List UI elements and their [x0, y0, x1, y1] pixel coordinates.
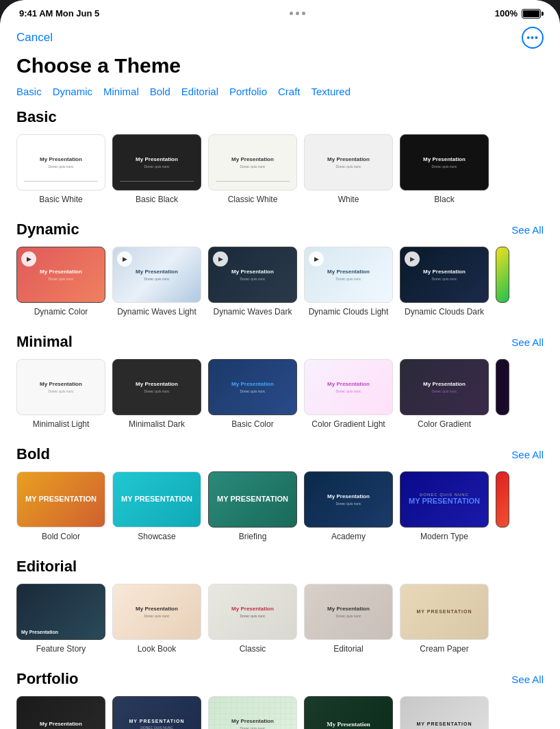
- section-portfolio: Portfolio See All My Presentation Indust…: [16, 670, 544, 729]
- theme-name-bold-color: Bold Color: [42, 532, 80, 541]
- theme-basic-black[interactable]: My Presentation Donec quis nunc Basic Bl…: [112, 134, 201, 204]
- thumb-title: My Presentation: [327, 493, 370, 500]
- tab-minimal[interactable]: Minimal: [103, 86, 139, 97]
- thumb-title: My Presentation: [40, 721, 82, 728]
- theme-dynamic-clouds-dark[interactable]: ▶ My Presentation Donec quis nunc Dynami…: [400, 247, 489, 317]
- section-minimal-header: Minimal See All: [16, 333, 544, 351]
- theme-basic-color[interactable]: My Presentation Donec quis nunc Basic Co…: [208, 359, 297, 429]
- thumb-graph-paper: My Presentation Donec quis nunc: [208, 696, 297, 729]
- thumb-subtitle: Donec quis nunc: [431, 389, 457, 393]
- thumb-line: [120, 181, 194, 182]
- theme-chalkboard[interactable]: My Presentation Chalkboard: [304, 696, 393, 729]
- theme-editorial[interactable]: My Presentation Donec quis nunc Editoria…: [304, 584, 393, 654]
- theme-dynamic-clouds-light[interactable]: ▶ My Presentation Donec quis nunc Dynami…: [304, 247, 393, 317]
- tab-textured[interactable]: Textured: [311, 86, 351, 97]
- thumb-academy: My Presentation Donec quis nunc: [304, 471, 393, 528]
- portfolio-see-all[interactable]: See All: [511, 674, 544, 685]
- thumb-title: My Presentation: [231, 269, 274, 275]
- thumb-dynamic-waves-light: ▶ My Presentation Donec quis nunc: [112, 247, 201, 303]
- theme-name-dynamic-color: Dynamic Color: [34, 307, 88, 317]
- thumb-photo-portfolio: MY PRESENTATION: [400, 696, 489, 729]
- dynamic-theme-grid: ▶ My Presentation Donec quis nunc Dynami…: [16, 247, 544, 317]
- more-button[interactable]: •••: [522, 27, 544, 49]
- theme-feature-story[interactable]: My Presentation Feature Story: [16, 584, 105, 654]
- thumb-title: My Presentation: [231, 381, 274, 388]
- theme-name-academy: Academy: [331, 532, 366, 541]
- thumb-subtitle: Donec quis nunc: [240, 614, 265, 618]
- thumb-subtitle: Donec quis nunc: [335, 614, 361, 618]
- theme-name-look-book: Look Book: [138, 644, 177, 654]
- theme-academy[interactable]: My Presentation Donec quis nunc Academy: [304, 471, 393, 541]
- thumb-subtitle: Donec quis nunc: [144, 389, 169, 393]
- portfolio-theme-grid: My Presentation Industrial MY PRESENTATI…: [16, 696, 544, 729]
- tab-dynamic[interactable]: Dynamic: [53, 86, 92, 97]
- section-portfolio-title: Portfolio: [16, 670, 78, 688]
- section-dynamic: Dynamic See All ▶ My Presentation Donec …: [16, 221, 544, 317]
- theme-basic-white[interactable]: My Presentation Donec quis nunc Basic Wh…: [16, 134, 105, 204]
- thumb-title: My Presentation: [423, 269, 466, 275]
- thumb-modern-type: DONEC QUIS NUNC MY PRESENTATION: [400, 471, 489, 528]
- theme-briefing[interactable]: MY PRESENTATION Briefing: [208, 471, 297, 541]
- theme-name-editorial: Editorial: [333, 644, 363, 654]
- tab-basic[interactable]: Basic: [16, 86, 42, 97]
- theme-dynamic-waves-light[interactable]: ▶ My Presentation Donec quis nunc Dynami…: [112, 247, 201, 317]
- theme-minimal-extra[interactable]: [496, 359, 509, 429]
- theme-industrial[interactable]: My Presentation Industrial: [16, 696, 105, 729]
- theme-name-basic-color: Basic Color: [231, 419, 273, 429]
- tab-bold[interactable]: Bold: [150, 86, 170, 97]
- theme-name-basic-white: Basic White: [39, 195, 82, 204]
- section-portfolio-header: Portfolio See All: [16, 670, 544, 688]
- theme-graph-paper[interactable]: My Presentation Donec quis nunc Graph Pa…: [208, 696, 297, 729]
- theme-classic[interactable]: My Presentation Donec quis nunc Classic: [208, 584, 297, 654]
- theme-showcase[interactable]: MY PRESENTATION Showcase: [112, 471, 201, 541]
- tab-portfolio[interactable]: Portfolio: [229, 86, 267, 97]
- theme-name-classic: Classic: [240, 644, 266, 654]
- theme-minimalist-light[interactable]: My Presentation Donec quis nunc Minimali…: [16, 359, 105, 429]
- theme-bold-extra[interactable]: [496, 471, 509, 541]
- theme-color-gradient-light[interactable]: My Presentation Donec quis nunc Color Gr…: [304, 359, 393, 429]
- bold-see-all[interactable]: See All: [511, 449, 544, 460]
- section-dynamic-title: Dynamic: [16, 221, 79, 238]
- thumb-bold-color: MY PRESENTATION: [16, 471, 105, 528]
- theme-black[interactable]: My Presentation Donec quis nunc Black: [400, 134, 489, 204]
- theme-classic-white[interactable]: My Presentation Donec quis nunc Classic …: [208, 134, 297, 204]
- thumb-line: [216, 181, 290, 182]
- theme-cream-paper[interactable]: MY PRESENTATION Cream Paper: [400, 584, 489, 654]
- minimal-see-all[interactable]: See All: [511, 336, 544, 348]
- editorial-theme-grid: My Presentation Feature Story My Present…: [16, 584, 544, 654]
- bold-theme-grid: MY PRESENTATION Bold Color MY PRESENTATI…: [16, 471, 544, 541]
- thumb-dynamic-color: ▶ My Presentation Donec quis nunc: [16, 247, 105, 303]
- theme-white[interactable]: My Presentation Donec quis nunc White: [304, 134, 393, 204]
- theme-bold-color[interactable]: MY PRESENTATION Bold Color: [16, 471, 105, 541]
- thumb-title: My Presentation: [423, 381, 466, 388]
- thumb-subtitle: Donec quis nunc: [144, 277, 169, 281]
- thumb-title: My Presentation: [327, 156, 370, 163]
- thumb-dynamic-clouds-dark: ▶ My Presentation Donec quis nunc: [400, 247, 489, 303]
- theme-dynamic-color[interactable]: ▶ My Presentation Donec quis nunc Dynami…: [16, 247, 105, 317]
- theme-photo-portfolio[interactable]: MY PRESENTATION Photo Portfolio: [400, 696, 489, 729]
- theme-dynamic-extra[interactable]: [496, 247, 509, 317]
- theme-name-modern-type: Modern Type: [420, 532, 468, 541]
- theme-dynamic-waves-dark[interactable]: ▶ My Presentation Donec quis nunc Dynami…: [208, 247, 297, 317]
- thumb-subtitle: Donec quis nunc: [431, 277, 457, 281]
- dynamic-see-all[interactable]: See All: [511, 224, 544, 236]
- status-dots: [290, 12, 305, 15]
- theme-blueprint[interactable]: MY PRESENTATION DONEC QUIS NUNC Blueprin…: [112, 696, 201, 729]
- thumb-basic-color: My Presentation Donec quis nunc: [208, 359, 297, 415]
- theme-name-basic-black: Basic Black: [136, 195, 178, 204]
- theme-name-dynamic-clouds-dark: Dynamic Clouds Dark: [405, 307, 484, 317]
- section-minimal: Minimal See All My Presentation Donec qu…: [16, 333, 544, 429]
- cancel-button[interactable]: Cancel: [16, 31, 53, 45]
- theme-modern-type[interactable]: DONEC QUIS NUNC MY PRESENTATION Modern T…: [400, 471, 489, 541]
- theme-look-book[interactable]: My Presentation Donec quis nunc Look Boo…: [112, 584, 201, 654]
- tab-craft[interactable]: Craft: [278, 86, 301, 97]
- section-dynamic-header: Dynamic See All: [16, 221, 544, 238]
- theme-name-cream-paper: Cream Paper: [420, 644, 468, 654]
- theme-name-white: White: [338, 195, 359, 204]
- play-icon: ▶: [117, 251, 132, 267]
- tab-editorial[interactable]: Editorial: [181, 86, 218, 97]
- thumb-minimalist-dark: My Presentation Donec quis nunc: [112, 359, 201, 415]
- theme-minimalist-dark[interactable]: My Presentation Donec quis nunc Minimali…: [112, 359, 201, 429]
- thumb-title: MY PRESENTATION: [416, 609, 472, 615]
- theme-color-gradient[interactable]: My Presentation Donec quis nunc Color Gr…: [400, 359, 489, 429]
